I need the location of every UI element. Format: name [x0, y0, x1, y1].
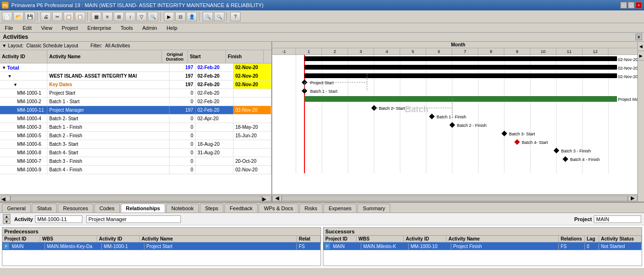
table-row[interactable]: ▼ Key Dates 197 02-Feb-20 02-Nov-20	[0, 80, 271, 89]
tab-general[interactable]: General	[2, 204, 31, 213]
project-value[interactable]: MAIN	[594, 215, 641, 223]
print-button[interactable]: 🖨	[41, 12, 51, 21]
cell-duration: 197	[170, 80, 196, 89]
tab-summary[interactable]: Summary	[358, 204, 390, 213]
tab-risks[interactable]: Risks	[299, 204, 322, 213]
expand-icon[interactable]: ▼	[8, 74, 12, 79]
tab-resources[interactable]: Resources	[58, 204, 93, 213]
minimize-button[interactable]: –	[620, 2, 627, 9]
open-button[interactable]: 📂	[13, 12, 24, 21]
successor-row[interactable]: P MAIN MAIN.Milesto-K MM-1000-10 Project…	[323, 242, 642, 250]
sep-2	[87, 12, 89, 21]
new-button[interactable]: 📄	[2, 12, 12, 21]
menu-edit[interactable]: Edit	[20, 24, 35, 32]
table-hscroll[interactable]: ◀ ▶	[0, 194, 271, 202]
level-button[interactable]: ⊟	[175, 12, 186, 21]
activity-info-bar: ▲ ▼ Activity MM-1000-11 Project Manager …	[0, 213, 644, 225]
table-button[interactable]: ▦	[91, 12, 101, 21]
gantt-scroll-track[interactable]	[282, 196, 628, 201]
restore-button[interactable]: □	[628, 2, 635, 9]
cell-finish	[233, 149, 271, 157]
nav-up-button[interactable]: ▲	[3, 214, 10, 219]
succ-project-id: MAIN	[331, 243, 361, 249]
activity-name-value[interactable]: Project Manager	[86, 215, 181, 223]
nav-arrows[interactable]: ▲ ▼	[3, 214, 10, 224]
nav-down-button[interactable]: ▼	[3, 219, 10, 224]
menu-tools[interactable]: Tools	[118, 24, 136, 32]
tab-expenses[interactable]: Expenses	[323, 204, 357, 213]
tab-feedback[interactable]: Feedback	[224, 204, 258, 213]
filter-button[interactable]: ▽	[136, 12, 147, 21]
col-header-finish[interactable]: Finish	[226, 50, 264, 63]
schedule-button[interactable]: ▶	[164, 12, 174, 21]
filter-bar: ▼ Layout: Classic Schedule Layout Filter…	[0, 42, 271, 50]
expand-icon[interactable]: ▼	[2, 65, 6, 70]
menu-help[interactable]: Help	[164, 24, 180, 32]
gantt-scroll-right[interactable]: ▶	[628, 196, 637, 201]
col-header-start[interactable]: Start	[188, 50, 226, 63]
tab-codes[interactable]: Codes	[94, 204, 120, 213]
columns-button[interactable]: ≡	[102, 12, 113, 21]
table-row[interactable]: MM-1000-8 Batch 4- Start 0 31-Aug-20	[0, 149, 271, 157]
menu-view[interactable]: View	[38, 24, 55, 32]
menu-admin[interactable]: Admin	[139, 24, 160, 32]
cell-finish	[233, 140, 271, 148]
tab-status[interactable]: Status	[32, 204, 57, 213]
sort-button[interactable]: ↕	[125, 12, 135, 21]
collapse-button[interactable]: ◀	[638, 42, 644, 51]
table-row[interactable]: MM-1000-4 Batch 2- Start 0 02-Apr-20	[0, 115, 271, 123]
cell-finish: 02-Nov-20	[233, 80, 271, 89]
table-row[interactable]: MM-1000-6 Batch 3- Start 0 18-Aug-20	[0, 140, 271, 149]
gantt-scroll-left[interactable]: ◀	[272, 196, 282, 201]
table-row[interactable]: MM-1000-7 Batch 3 - Finish 0 20-Oct-20	[0, 157, 271, 166]
pred-activity-id: MM-1000-1	[102, 243, 144, 249]
tab-steps[interactable]: Steps	[200, 204, 224, 213]
save-button[interactable]: 💾	[25, 12, 35, 21]
cell-activity-name: Project Start	[47, 89, 170, 97]
assign-button[interactable]: 👤	[187, 12, 197, 21]
cell-total-label: Total	[7, 65, 19, 71]
activities-close-button[interactable]: ×	[635, 34, 642, 40]
table-row[interactable]: MM-1000-5 Batch 2 - Finish 0 15-Jun-20	[0, 132, 271, 140]
table-row[interactable]: MM-1000-2 Batch 1 - Start 0 02-Feb-20	[0, 98, 271, 106]
expand-button[interactable]: ▶	[638, 51, 644, 61]
project-field: Project MAIN	[574, 215, 641, 223]
cell-activity-name: Key Dates	[47, 80, 170, 89]
scroll-left-button[interactable]: ◀	[1, 196, 10, 201]
help-button[interactable]: ?	[230, 12, 241, 21]
cell-activity-id: MM-1000-7	[0, 157, 47, 165]
cell-activity-id: MM-1000-4	[0, 115, 47, 123]
gantt-hscroll[interactable]: ◀ ▶	[272, 194, 637, 202]
group-button[interactable]: ⊞	[114, 12, 124, 21]
cell-duration: 0	[170, 115, 196, 123]
search-button[interactable]: 🔍	[148, 12, 158, 21]
menu-project[interactable]: Project	[59, 24, 80, 32]
close-button[interactable]: ×	[635, 2, 642, 9]
pred-col-project-id: Project ID	[2, 236, 40, 242]
table-row[interactable]: MM-1000-1 Project Start 0 02-Feb-20	[0, 89, 271, 98]
menu-enterprise[interactable]: Enterprise	[85, 24, 114, 32]
predecessor-row[interactable]: P MAIN MAIN.Milesto-Key-Da MM-1000-1 Pro…	[2, 242, 321, 250]
paste-button[interactable]: 📋	[75, 12, 85, 21]
window-controls[interactable]: – □ ×	[620, 2, 642, 9]
scroll-track[interactable]	[10, 196, 262, 201]
activity-value[interactable]: MM-1000-11	[35, 215, 82, 223]
table-row[interactable]: MM-1000-9 Batch 4 - Finish 0 02-Nov-20	[0, 166, 271, 174]
zoom-out-button[interactable]: 🔍	[214, 12, 224, 21]
tab-relationships[interactable]: Relationships	[121, 204, 165, 213]
scroll-right-button[interactable]: ▶	[262, 196, 271, 201]
table-row[interactable]: MM-1000-11 Project Manager 197 02-Feb-20…	[0, 106, 271, 115]
table-row[interactable]: ▼ WEST ISLAND- ASSET INTEGRITY MAI 197 0…	[0, 72, 271, 80]
tab-notebook[interactable]: Notebook	[166, 204, 199, 213]
cut-button[interactable]: ✂	[52, 12, 63, 21]
col-header-name[interactable]: Activity Name	[47, 50, 162, 63]
cell-activity-name: Project Manager	[47, 106, 170, 114]
copy-button[interactable]: 📋	[63, 12, 74, 21]
table-row[interactable]: ▼ Total 197 02-Feb-20 02-Nov-20	[0, 63, 271, 72]
zoom-in-button[interactable]: 🔍	[203, 12, 213, 21]
table-row[interactable]: MM-1000-3 Batch 1 - Finish 0 18-May-20	[0, 123, 271, 132]
menu-file[interactable]: File	[2, 24, 16, 32]
tab-wps-docs[interactable]: WPs & Docs	[259, 204, 298, 213]
expand-icon[interactable]: ▼	[13, 82, 18, 87]
col-header-id[interactable]: Activity ID	[0, 50, 47, 63]
